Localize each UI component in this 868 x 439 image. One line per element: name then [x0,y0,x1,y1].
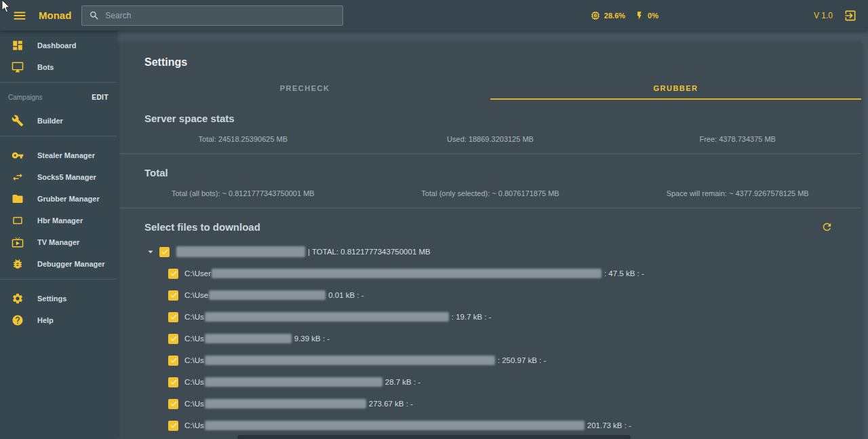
section-title-server-space: Server space stats [119,100,861,124]
check-icon [170,335,178,343]
sidebar-item-debugger-manager[interactable]: Debugger Manager [0,253,117,275]
file-size: 201.73 kB : - [587,421,631,430]
sidebar-item-grubber-manager[interactable]: Grubber Manager [0,188,117,210]
monitor-icon [12,61,24,73]
stat-used: Used: 18869.3203125 MB [367,135,614,143]
section-title-text: Select files to download [144,221,260,233]
redacted-path [205,377,382,387]
server-space-stats-row: Total: 24518.25390625 MB Used: 18869.320… [119,124,861,153]
file-size: : 19.7 kB : - [452,313,492,321]
file-row: C:\Use 0.01 kB : - [168,290,861,301]
cpu-usage: 28.6% [590,10,625,21]
mouse-cursor [1,0,11,14]
file-checkbox[interactable] [168,312,178,322]
sidebar-item-label: Dashboard [37,41,76,50]
file-path-prefix: C:\User [184,269,211,278]
swap-arrows-icon [12,171,24,183]
check-icon [170,291,178,299]
cpu-usage-value: 28.6% [604,12,625,20]
root-checkbox[interactable] [159,247,170,257]
sidebar-item-socks5-manager[interactable]: Socks5 Manager [0,166,117,188]
file-checkbox[interactable] [168,421,178,431]
file-checkbox[interactable] [168,356,178,366]
sidebar-item-label: Builder [37,117,63,125]
sidebar-item-label: TV Manager [37,238,79,246]
chevron-down-icon[interactable] [144,246,157,258]
file-size: 273.67 kB : - [369,400,413,408]
settings-card: Settings PRECHECK GRUBBER Server space s… [119,42,861,439]
file-size: : 47.5 kB : - [604,269,644,278]
redacted-bot-id [176,246,305,257]
file-checkbox[interactable] [168,290,178,301]
sidebar-item-hbr-manager[interactable]: Hbr Manager [0,210,117,231]
search-box[interactable] [81,5,343,26]
stat-total: Total: 24518.25390625 MB [119,135,367,143]
file-path-prefix: C:\Us [184,400,204,408]
section-title-text: Server space stats [144,113,235,124]
redacted-path [205,356,495,365]
sidebar-item-label: Grubber Manager [37,195,100,203]
file-row: C:\Us 201.73 kB : - [168,420,861,431]
check-icon [170,378,178,386]
sidebar-item-builder[interactable]: Builder [0,110,117,132]
file-row: C:\Us 273.67 kB : - [168,398,861,409]
version-label: V 1.0 [814,11,833,20]
file-tree: | TOTAL: 0.8121777343750001 MB C:\User :… [119,246,861,431]
bolt-icon [635,11,644,20]
file-row: C:\Us 9.39 kB : - [168,333,861,344]
top-bar: Monad 28.6% 0% V 1.0 [0,0,868,31]
redacted-path [212,269,601,278]
file-row: C:\User : 47.5 kB : - [168,268,861,279]
section-title-total: Total [119,154,861,178]
divider [0,136,117,136]
wrench-icon [12,115,24,127]
stat-space-remain: Space will remain: ~ 4377.9267578125 MB [614,189,861,197]
folder-icon [12,193,24,205]
file-row: C:\Us : 250.97 kB : - [168,355,861,366]
divider [0,82,117,83]
gear-icon [12,292,24,305]
search-input[interactable] [105,11,329,20]
file-checkbox[interactable] [168,334,178,344]
redacted-path [205,334,292,343]
file-checkbox[interactable] [168,399,178,409]
refresh-icon[interactable] [821,221,833,233]
redacted-path [205,399,366,408]
tab-precheck[interactable]: PRECHECK [119,77,490,100]
file-path-prefix: C:\Us [184,421,204,430]
check-icon [170,269,178,278]
page-title: Settings [119,42,861,69]
check-icon [170,400,178,408]
file-path-prefix: C:\Us [184,378,204,386]
file-row: C:\Us 28.7 kB : - [168,377,861,387]
check-icon [170,421,178,430]
stat-all-bots: Total (all bots): ~ 0.8121777343750001 M… [119,189,367,197]
sidebar-item-help[interactable]: Help [0,309,117,331]
campaigns-caption: Campaigns [8,94,43,101]
horizontal-scrollbar[interactable] [237,435,631,439]
sidebar-item-label: Debugger Manager [37,260,105,268]
file-path-prefix: C:\Us [184,356,204,364]
dashboard-icon [12,39,24,52]
sidebar-item-tv-manager[interactable]: TV Manager [0,231,117,253]
file-checkbox[interactable] [168,377,178,387]
tab-grubber[interactable]: GRUBBER [490,77,861,100]
campaigns-edit-button[interactable]: EDIT [92,94,108,101]
file-checkbox[interactable] [168,269,178,279]
section-title-select-files: Select files to download [119,208,861,233]
bug-icon [12,258,24,270]
sidebar-item-label: Socks5 Manager [37,173,96,181]
tv-icon [12,236,24,248]
file-row: C:\Us : 19.7 kB : - [168,311,861,322]
sidebar-item-settings[interactable]: Settings [0,288,117,309]
logout-icon[interactable] [844,9,857,22]
stat-free: Free: 4378.734375 MB [614,135,861,143]
menu-icon[interactable] [12,8,27,23]
sidebar-item-label: Stealer Manager [37,151,95,159]
file-path-prefix: C:\Us [184,313,204,321]
redacted-path [205,312,449,322]
sidebar-item-dashboard[interactable]: Dashboard [0,35,117,56]
check-icon [161,248,169,256]
sidebar-item-stealer-manager[interactable]: Stealer Manager [0,145,117,166]
sidebar-item-bots[interactable]: Bots [0,56,117,78]
